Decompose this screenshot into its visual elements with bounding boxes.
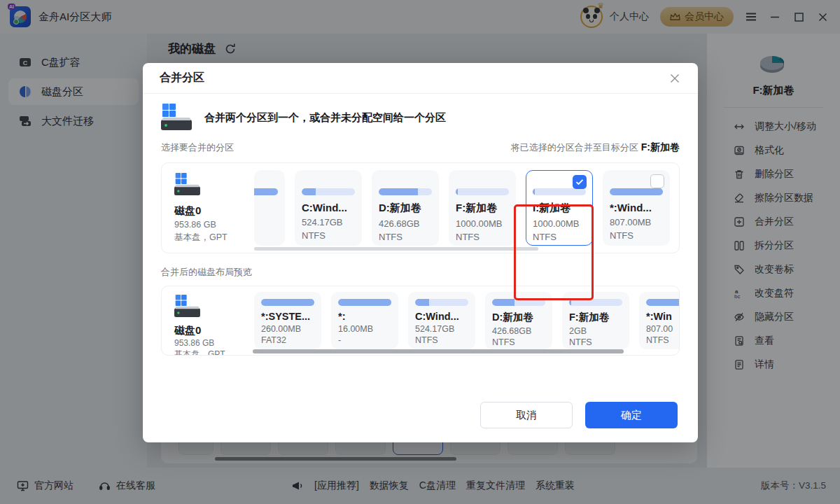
partition-size: 426.68GB <box>379 218 432 229</box>
preview-label: 合并后的磁盘布局预览 <box>161 266 680 279</box>
disk-info: 磁盘0 953.86 GB 基本盘，GPT <box>170 292 254 349</box>
partition-name: D:新加卷 <box>492 311 545 324</box>
usage-bar <box>646 299 680 306</box>
confirm-button[interactable]: 确定 <box>585 402 678 428</box>
merge-preview-box: 磁盘0 953.86 GB 基本盘，GPT *:SYSTE... 260.00M… <box>161 286 680 356</box>
scrollbar-thumb[interactable] <box>253 349 624 354</box>
partition-card[interactable]: 0MB <box>254 170 285 246</box>
partition-size: 16.00MB <box>338 324 391 334</box>
partition-fs: NTFS <box>379 232 432 242</box>
partition-fs: - <box>338 335 391 345</box>
disk-type: 基本盘，GPT <box>174 349 254 356</box>
partition-card: *:SYSTE... 260.00MB FAT32 <box>254 292 321 349</box>
partition-fs: NTFS <box>610 230 663 241</box>
usage-bar <box>492 299 545 306</box>
partition-size: 426.68GB <box>492 326 545 336</box>
usage-bar <box>379 188 432 195</box>
partition-name: F:新加卷 <box>569 311 622 324</box>
partition-card[interactable]: C:Wind... 524.17GB NTFS <box>295 170 362 246</box>
partition-fs: NTFS <box>533 232 586 242</box>
partition-card-selected[interactable]: I:新加卷 1000.00MB NTFS <box>526 170 593 246</box>
partition-fs: NTFS <box>569 337 622 347</box>
partition-size: 807.00MB <box>610 217 663 227</box>
merge-target-value: F:新加卷 <box>641 141 680 153</box>
partition-size: 524.17GB <box>415 324 468 334</box>
partition-card[interactable]: D:新加卷 426.68GB NTFS <box>372 170 439 246</box>
usage-bar <box>569 299 622 306</box>
checkbox-unchecked[interactable] <box>650 174 664 188</box>
partition-name: *:SYSTE... <box>261 311 314 322</box>
disk-size: 953.86 GB <box>174 220 254 230</box>
dialog-title: 合并分区 <box>160 71 204 85</box>
preview-cards-row: *:SYSTE... 260.00MB FAT32 *: 16.00MB - C… <box>254 292 680 349</box>
partition-name: *:Win <box>646 311 680 322</box>
usage-bar <box>610 188 663 195</box>
partition-fs: NTFS <box>492 337 545 347</box>
partition-card: D:新加卷 426.68GB NTFS <box>485 292 552 349</box>
windows-drive-icon <box>174 173 202 197</box>
partition-name: *: <box>338 311 391 322</box>
usage-bar <box>261 299 314 306</box>
disk-info: 磁盘0 953.86 GB 基本盘，GPT <box>170 170 254 246</box>
usage-bar <box>302 188 355 195</box>
partition-card[interactable]: F:新加卷 1000.00MB NTFS <box>449 170 516 246</box>
app-window: AI 金舟AI分区大师 ♛ 个人中心 会员中心 <box>0 0 840 504</box>
dialog-header: 合并分区 <box>143 63 698 94</box>
partition-fs: NTFS <box>646 335 680 345</box>
disk-name: 磁盘0 <box>174 324 254 337</box>
partition-select-box: 磁盘0 953.86 GB 基本盘，GPT 0MB <box>161 162 680 253</box>
partition-fs: NTFS <box>302 230 355 241</box>
partition-size: 807.00 <box>646 324 680 334</box>
partition-card[interactable]: *:Wind... 807.00MB NTFS <box>603 170 670 246</box>
partition-name: I:新加卷 <box>533 202 586 215</box>
usage-bar <box>338 299 391 306</box>
checkbox-checked[interactable] <box>573 175 587 189</box>
partition-size: 1000.00MB <box>456 218 509 229</box>
partition-card: *: 16.00MB - <box>331 292 398 349</box>
partition-card: F:新加卷 2GB NTFS <box>562 292 629 349</box>
partition-name: F:新加卷 <box>456 202 509 215</box>
disk-name: 磁盘0 <box>174 204 254 218</box>
partition-name: *:Wind... <box>610 202 663 214</box>
scrollbar-thumb[interactable] <box>254 247 538 251</box>
partition-size: 2GB <box>569 326 622 336</box>
merge-target-prefix: 将已选择的分区合并至目标分区 <box>511 142 638 153</box>
usage-bar <box>456 188 509 195</box>
partition-size: 524.17GB <box>302 217 355 227</box>
select-partitions-label: 选择要合并的分区 <box>161 141 234 154</box>
partition-name: D:新加卷 <box>379 202 432 215</box>
partition-fs: NTFS <box>415 335 468 345</box>
dialog-close-button[interactable] <box>666 69 684 88</box>
partition-cards-row: 0MB C:Wind... 524.17GB NTFS D:新加卷 426.68… <box>254 170 671 246</box>
partition-name: C:Wind... <box>302 202 355 214</box>
disk-type: 基本盘，GPT <box>174 232 254 244</box>
merge-partition-dialog: 合并分区 合并两个分区到一个，或合并未分配空间给一个分区 选择要合并的分区 将已… <box>143 63 698 442</box>
usage-bar <box>533 188 586 195</box>
partition-card: C:Wind... 524.17GB NTFS <box>408 292 475 349</box>
windows-drive-icon <box>174 295 202 318</box>
cancel-button[interactable]: 取消 <box>480 402 573 428</box>
partition-name: C:Wind... <box>415 311 468 322</box>
partition-size: 1000.00MB <box>533 218 586 229</box>
usage-bar <box>415 299 468 306</box>
partition-fs: FAT32 <box>261 335 314 345</box>
partition-size: 260.00MB <box>261 324 314 334</box>
partition-fs: NTFS <box>456 232 509 242</box>
partition-card-clipped: 0MB <box>254 170 285 246</box>
partition-card: *:Win 807.00 NTFS <box>639 292 680 349</box>
usage-bar <box>254 188 278 195</box>
merge-target-label: 将已选择的分区合并至目标分区F:新加卷 <box>511 141 680 154</box>
partition-size: 0MB <box>254 205 278 216</box>
disk-size: 953.86 GB <box>174 338 254 348</box>
dialog-description: 合并两个分区到一个，或合并未分配空间给一个分区 <box>204 111 446 125</box>
windows-drive-icon <box>161 104 193 132</box>
